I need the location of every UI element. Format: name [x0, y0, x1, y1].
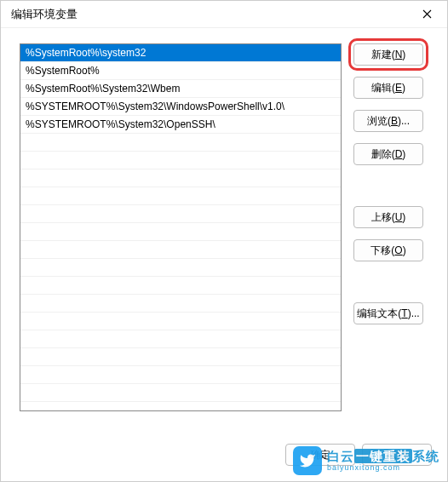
buttons-column: 新建(N) 编辑(E) 浏览(B)... 删除(D) 上移(U) 下移(O) 编…: [353, 43, 423, 471]
new-button[interactable]: 新建(N): [353, 43, 423, 66]
content-area: %SystemRoot%\system32 %SystemRoot% %Syst…: [1, 28, 447, 481]
edit-button[interactable]: 编辑(E): [353, 77, 423, 99]
list-item[interactable]: %SYSTEMROOT%\System32\WindowsPowerShell\…: [20, 98, 341, 116]
list-item[interactable]: %SystemRoot%\system32: [20, 44, 341, 62]
list-item-empty[interactable]: [20, 348, 341, 366]
list-item-empty[interactable]: [20, 259, 341, 277]
close-icon: [422, 9, 432, 19]
list-item-empty[interactable]: [20, 223, 341, 241]
movedown-button[interactable]: 下移(O): [353, 239, 423, 261]
dialog-buttons: 确定 取消: [285, 444, 432, 466]
list-item-empty[interactable]: [20, 313, 341, 330]
list-item-empty[interactable]: [20, 205, 341, 223]
list-item-empty[interactable]: [20, 152, 341, 169]
moveup-button[interactable]: 上移(U): [353, 206, 423, 228]
list-item-empty[interactable]: [20, 241, 341, 259]
list-item-empty[interactable]: [20, 295, 341, 313]
edittext-button[interactable]: 编辑文本(T)...: [353, 302, 423, 324]
titlebar: 编辑环境变量: [1, 1, 447, 28]
window-title: 编辑环境变量: [11, 7, 78, 22]
ok-button[interactable]: 确定: [285, 444, 355, 466]
list-item[interactable]: %SYSTEMROOT%\System32\OpenSSH\: [20, 116, 341, 134]
list-item-empty[interactable]: [20, 134, 341, 152]
browse-button[interactable]: 浏览(B)...: [353, 110, 423, 132]
list-item[interactable]: %SystemRoot%: [20, 62, 341, 80]
list-item-empty[interactable]: [20, 384, 341, 402]
list-item-empty[interactable]: [20, 330, 341, 348]
cancel-button[interactable]: 取消: [362, 444, 432, 466]
dialog-window: 编辑环境变量 %SystemRoot%\system32 %SystemRoot…: [0, 0, 448, 482]
list-item-empty[interactable]: [20, 277, 341, 295]
delete-button[interactable]: 删除(D): [353, 143, 423, 165]
list-item-empty[interactable]: [20, 366, 341, 384]
list-item[interactable]: %SystemRoot%\System32\Wbem: [20, 80, 341, 98]
close-button[interactable]: [413, 3, 440, 26]
list-item-empty[interactable]: [20, 169, 341, 187]
list-item-empty[interactable]: [20, 187, 341, 205]
path-list[interactable]: %SystemRoot%\system32 %SystemRoot% %Syst…: [20, 43, 342, 411]
